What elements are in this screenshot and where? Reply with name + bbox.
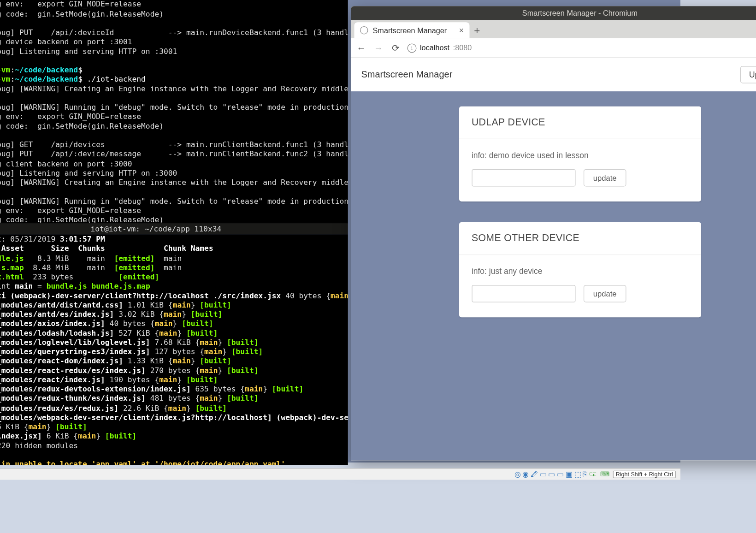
rec-icon: ▣ xyxy=(566,470,573,479)
device-name: SOME OTHER DEVICE xyxy=(459,222,701,255)
site-info-icon[interactable]: i xyxy=(408,43,417,53)
new-tab-button[interactable]: + xyxy=(470,24,485,39)
back-button[interactable]: ← xyxy=(355,42,367,53)
url-host: localhost xyxy=(420,43,449,52)
net-icon: ⬚ xyxy=(574,470,581,479)
chromium-window[interactable]: Smartscreen Manager - Chromium Smartscre… xyxy=(351,6,756,460)
page-title: Smartscreen Manager xyxy=(361,70,453,80)
tab-title: Smartscreen Manager xyxy=(373,26,447,35)
browser-toolbar: ← → ⟳ i localhost:8080 ☆ ⋮ xyxy=(351,38,756,58)
device-info: info: just any device xyxy=(472,266,688,276)
device-update-button[interactable]: update xyxy=(583,169,626,187)
terminal-pane-2-body[interactable]: Built at: 05/31/2019 3:01:57 PM Asset Si… xyxy=(0,234,348,465)
update-list-button[interactable]: Update List xyxy=(740,66,756,83)
display-icon: ▭ xyxy=(548,470,555,479)
address-bar[interactable]: i localhost:8080 xyxy=(408,43,756,53)
page-content: Smartscreen Manager Update List UDLAP DE… xyxy=(351,58,756,461)
vbox-status-icons[interactable]: ◎ ◉ 🖉 ▭ ▭ ▭ ▣ ⬚ ⎘ ⮓ xyxy=(514,470,597,479)
device-message-input[interactable] xyxy=(472,285,575,302)
terminator-window[interactable]: ▥ iot@iot-vm: ~/code/app ▥ iot@iot-vm: ~… xyxy=(0,0,348,465)
chromium-window-title: Smartscreen Manager - Chromium xyxy=(522,9,638,18)
desktop: 🗄 🔴 ⋮⋮ A ⋮⋮⋮ ▥ iot@iot-vm: ~/code/app ▥ … xyxy=(0,0,680,462)
browser-tab[interactable]: Smartscreen Manager × xyxy=(354,22,470,38)
forward-button: → xyxy=(373,42,384,53)
device-name: UDLAP DEVICE xyxy=(459,107,701,139)
vbox-status-bar: ◎ ◉ 🖉 ▭ ▭ ▭ ▣ ⬚ ⎘ ⮓ ⌨ Right Shift + Righ… xyxy=(0,468,680,480)
url-port: :8080 xyxy=(453,43,472,52)
device-card-0: UDLAP DEVICE info: demo device used in l… xyxy=(459,107,701,201)
device-update-button[interactable]: update xyxy=(583,285,626,302)
hdd-icon: ◎ xyxy=(514,470,521,479)
optical-icon: ◉ xyxy=(522,470,529,479)
reload-button[interactable]: ⟳ xyxy=(390,42,402,53)
tab-close-icon[interactable]: × xyxy=(459,26,464,35)
host-key-icon: ⌨ xyxy=(600,470,609,478)
display2-icon: ▭ xyxy=(557,470,564,479)
pane2-title-text: iot@iot-vm: ~/code/app 110x34 xyxy=(91,225,222,233)
terminal-pane-2-title[interactable]: ▥ iot@iot-vm: ~/code/app 110x34 xyxy=(0,223,348,234)
device-message-input[interactable] xyxy=(472,169,575,187)
tab-strip: Smartscreen Manager × + xyxy=(351,20,756,38)
mouse-icon: ⮓ xyxy=(589,470,597,479)
shared-folder-icon: ▭ xyxy=(540,470,547,479)
host-key-combo: Right Shift + Right Ctrl xyxy=(613,470,676,478)
clipboard-icon: ⎘ xyxy=(583,470,587,479)
usb-icon: 🖉 xyxy=(531,470,538,479)
globe-icon xyxy=(360,26,368,35)
device-card-1: SOME OTHER DEVICE info: just any device … xyxy=(459,222,701,317)
chromium-titlebar[interactable]: Smartscreen Manager - Chromium xyxy=(351,6,756,20)
device-info: info: demo device used in lesson xyxy=(472,151,688,160)
terminal-pane-1-body[interactable]: [GIN-debug] [WARNING] Running in "debug"… xyxy=(0,0,348,223)
